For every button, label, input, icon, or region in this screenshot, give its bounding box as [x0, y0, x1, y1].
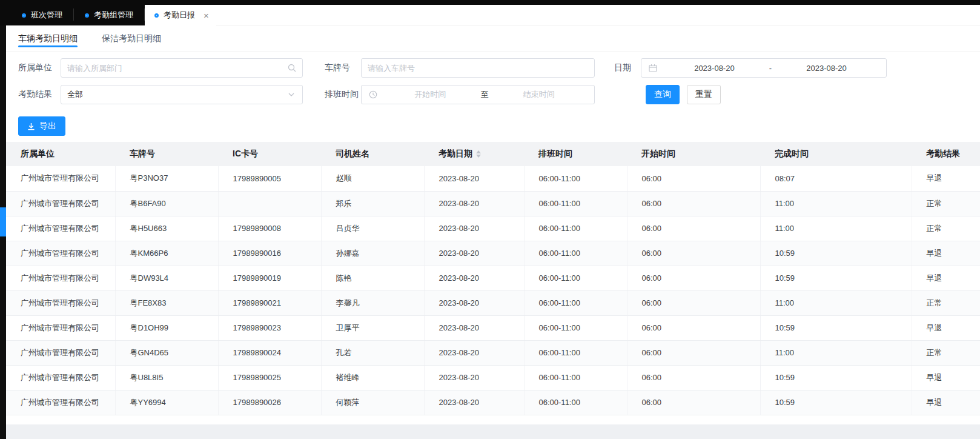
shift-end-placeholder[interactable]: 结束时间 — [491, 89, 588, 100]
date-range-picker[interactable]: 2023-08-20 - 2023-08-20 — [641, 58, 887, 78]
table-cell: 06:00-11:00 — [524, 315, 627, 340]
table-cell: 早退 — [912, 315, 980, 340]
close-icon[interactable]: × — [204, 11, 209, 20]
shift-time-label: 排班时间 — [325, 89, 361, 100]
table-cell: 粤D1OH99 — [115, 315, 218, 340]
table-cell: 广州城市管理有限公司 — [6, 365, 115, 390]
column-header: 司机姓名 — [321, 142, 424, 166]
tab-label: 班次管理 — [31, 10, 62, 21]
table-cell: 粤KM66P6 — [115, 241, 218, 266]
plate-filter-group: 车牌号 — [325, 58, 595, 78]
calendar-icon — [649, 64, 657, 72]
table-cell: 17989890005 — [218, 166, 321, 191]
table-cell: 06:00 — [627, 290, 760, 315]
tab-label: 考勤日报 — [164, 10, 195, 21]
table-row: 广州城市管理有限公司粤P3NO3717989890005赵顺2023-08-20… — [6, 166, 980, 191]
table-cell: 广州城市管理有限公司 — [6, 290, 115, 315]
table-cell: 17989890019 — [218, 266, 321, 290]
table-cell: 粤FE8X83 — [115, 290, 218, 315]
table-cell: 郑乐 — [321, 191, 424, 216]
table-cell: 2023-08-20 — [424, 290, 524, 315]
table-cell: 广州城市管理有限公司 — [6, 266, 115, 290]
table-cell: 06:00-11:00 — [524, 216, 627, 241]
date-label: 日期 — [614, 62, 641, 73]
sidebar-scroll-thumb[interactable] — [0, 207, 6, 236]
filter-row-2: 考勤结果 全部 排班时间 开始时间 至 结束时间 查询 重置 — [18, 85, 968, 104]
reset-button[interactable]: 重置 — [687, 85, 721, 104]
result-label: 考勤结果 — [18, 89, 61, 100]
table-cell: 10:59 — [760, 390, 912, 415]
column-header: 完成时间 — [760, 142, 912, 166]
table-cell: 06:00 — [627, 241, 760, 266]
sub-tab-bar: 车辆考勤日明细 保洁考勤日明细 — [6, 25, 980, 52]
subtab-cleaning-attendance[interactable]: 保洁考勤日明细 — [102, 25, 161, 52]
shift-range-separator: 至 — [478, 89, 491, 100]
tab-shift-management[interactable]: 班次管理 — [11, 0, 73, 25]
table-cell: 2023-08-20 — [424, 166, 524, 191]
table-cell: 06:00-11:00 — [524, 340, 627, 365]
table-cell: 17989890008 — [218, 216, 321, 241]
table-cell: 广州城市管理有限公司 — [6, 390, 115, 415]
shift-time-range-picker[interactable]: 开始时间 至 结束时间 — [361, 85, 595, 104]
table-cell: 孙娜嘉 — [321, 241, 424, 266]
table-cell: 广州城市管理有限公司 — [6, 216, 115, 241]
table-cell: 粤GN4D65 — [115, 340, 218, 365]
table-cell: 06:00-11:00 — [524, 290, 627, 315]
unit-input[interactable] — [67, 64, 288, 73]
date-start-value[interactable]: 2023-08-20 — [662, 64, 767, 73]
table-cell: 08:07 — [760, 166, 912, 191]
table-cell: 17989890021 — [218, 290, 321, 315]
table-cell: 早退 — [912, 266, 980, 290]
column-header: 考勤结果 — [912, 142, 980, 166]
table-row: 广州城市管理有限公司粤D1OH9917989890023卫厚平2023-08-2… — [6, 315, 980, 340]
table-cell: 早退 — [912, 390, 980, 415]
table-cell: 11:00 — [760, 216, 912, 241]
table-cell: 17989890024 — [218, 340, 321, 365]
table-cell: 早退 — [912, 365, 980, 390]
table-cell: 06:00-11:00 — [524, 390, 627, 415]
attendance-result-select[interactable]: 全部 — [61, 85, 303, 104]
table-cell: 06:00 — [627, 191, 760, 216]
table-cell: 06:00-11:00 — [524, 241, 627, 266]
search-icon — [288, 64, 296, 72]
date-filter-group: 日期 2023-08-20 - 2023-08-20 — [614, 58, 887, 78]
table-row: 广州城市管理有限公司粤GN4D6517989890024孔若2023-08-20… — [6, 340, 980, 365]
clock-icon — [369, 90, 377, 99]
table-cell: 早退 — [912, 241, 980, 266]
subtab-vehicle-attendance[interactable]: 车辆考勤日明细 — [18, 25, 78, 52]
table-cell: 10:59 — [760, 241, 912, 266]
table-cell: 17989890016 — [218, 241, 321, 266]
table-cell: 赵顺 — [321, 166, 424, 191]
export-label: 导出 — [39, 121, 56, 132]
table-cell: 粤H5U663 — [115, 216, 218, 241]
table-row: 广州城市管理有限公司粤KM66P617989890016孙娜嘉2023-08-2… — [6, 241, 980, 266]
column-header: 排班时间 — [524, 142, 627, 166]
table-cell: 褚维峰 — [321, 365, 424, 390]
sort-icon[interactable] — [476, 150, 481, 158]
export-button[interactable]: 导出 — [18, 116, 65, 136]
table-cell: 2023-08-20 — [424, 241, 524, 266]
table-cell: 10:59 — [760, 266, 912, 290]
search-button[interactable]: 查询 — [646, 85, 680, 104]
table-cell: 粤P3NO37 — [115, 166, 218, 191]
table-cell: 06:00 — [627, 365, 760, 390]
download-icon — [27, 122, 35, 130]
tab-attendance-group[interactable]: 考勤组管理 — [74, 0, 144, 25]
table-cell: 粤YY6994 — [115, 390, 218, 415]
column-header[interactable]: 考勤日期 — [424, 142, 524, 166]
table-cell: 何颖萍 — [321, 390, 424, 415]
filter-panel: 所属单位 车牌号 日期 2023-08-20 — [6, 52, 980, 115]
column-header: 车牌号 — [115, 142, 218, 166]
tab-attendance-daily-report[interactable]: 考勤日报 × — [145, 5, 216, 25]
collapsed-sidebar — [0, 25, 6, 439]
plate-input[interactable] — [368, 64, 588, 73]
table-cell: 吕贞华 — [321, 216, 424, 241]
table-cell: 2023-08-20 — [424, 340, 524, 365]
table-row: 广州城市管理有限公司粤B6FA90郑乐2023-08-2006:00-11:00… — [6, 191, 980, 216]
shift-start-placeholder[interactable]: 开始时间 — [382, 89, 478, 100]
table-cell: 广州城市管理有限公司 — [6, 340, 115, 365]
date-end-value[interactable]: 2023-08-20 — [774, 64, 879, 73]
table-cell: 孔若 — [321, 340, 424, 365]
table-row: 广州城市管理有限公司粤H5U66317989890008吕贞华2023-08-2… — [6, 216, 980, 241]
table-cell: 正常 — [912, 340, 980, 365]
